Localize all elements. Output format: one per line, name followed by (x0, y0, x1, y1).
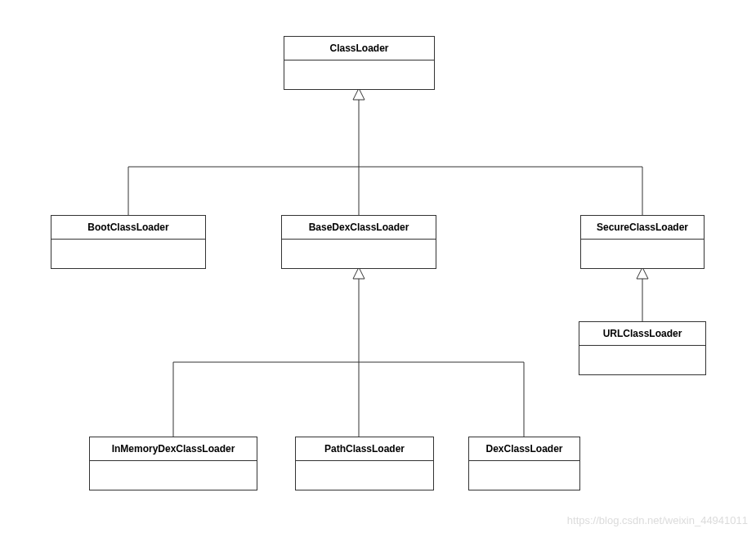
class-inmemorydexclassloader: InMemoryDexClassLoader (89, 437, 257, 490)
class-body (282, 240, 436, 268)
class-body (581, 240, 704, 268)
class-title: ClassLoader (284, 37, 434, 60)
class-body (284, 60, 434, 89)
class-title: BootClassLoader (51, 216, 205, 240)
class-bootclassloader: BootClassLoader (51, 215, 206, 269)
class-title: URLClassLoader (579, 322, 705, 346)
class-dexclassloader: DexClassLoader (468, 437, 580, 490)
class-title: BaseDexClassLoader (282, 216, 436, 240)
class-title: DexClassLoader (469, 437, 579, 461)
svg-marker-12 (637, 267, 648, 279)
class-classloader: ClassLoader (284, 36, 435, 90)
svg-marker-0 (353, 88, 365, 100)
class-title: PathClassLoader (296, 437, 433, 461)
class-secureclassloader: SecureClassLoader (580, 215, 705, 269)
class-title: SecureClassLoader (581, 216, 704, 240)
generalization-arrow-classloader (128, 88, 642, 215)
class-body (296, 461, 433, 490)
class-body (579, 346, 705, 374)
class-body (90, 461, 257, 490)
class-pathclassloader: PathClassLoader (295, 437, 434, 490)
class-title: InMemoryDexClassLoader (90, 437, 257, 461)
generalization-arrow-secure (637, 267, 648, 321)
class-basedexclassloader: BaseDexClassLoader (281, 215, 436, 269)
generalization-arrow-basedex (173, 267, 524, 437)
watermark-text: https://blog.csdn.net/weixin_44941011 (567, 514, 748, 526)
class-body (469, 461, 579, 490)
class-urlclassloader: URLClassLoader (579, 321, 706, 375)
class-body (51, 240, 205, 268)
svg-marker-6 (353, 267, 365, 279)
